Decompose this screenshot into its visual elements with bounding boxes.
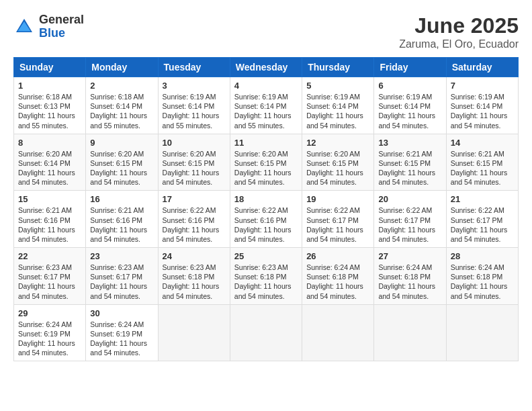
day-number: 26 [306, 251, 369, 261]
day-number: 24 [163, 251, 226, 261]
table-row [302, 304, 374, 361]
day-info: Sunrise: 6:21 AMSunset: 6:16 PMDaylight:… [90, 205, 153, 244]
day-number: 27 [378, 251, 441, 261]
day-info: Sunrise: 6:23 AMSunset: 6:18 PMDaylight:… [234, 263, 298, 301]
day-number: 19 [306, 194, 369, 204]
day-number: 11 [234, 138, 298, 148]
table-row: 23Sunrise: 6:23 AMSunset: 6:17 PMDayligh… [86, 248, 158, 305]
day-info: Sunrise: 6:22 AMSunset: 6:16 PMDaylight:… [234, 205, 298, 244]
day-number: 2 [90, 81, 153, 91]
day-number: 23 [90, 251, 153, 261]
day-number: 22 [18, 251, 81, 261]
day-number: 7 [451, 81, 514, 91]
col-thursday: Thursday [302, 58, 374, 77]
day-number: 13 [378, 138, 441, 148]
day-info: Sunrise: 6:22 AMSunset: 6:16 PMDaylight:… [163, 205, 226, 244]
day-info: Sunrise: 6:22 AMSunset: 6:17 PMDaylight:… [306, 205, 369, 244]
table-row: 17Sunrise: 6:22 AMSunset: 6:16 PMDayligh… [158, 191, 230, 248]
day-number: 18 [234, 194, 298, 204]
table-row [158, 304, 230, 361]
table-row: 3Sunrise: 6:19 AMSunset: 6:14 PMDaylight… [158, 77, 230, 134]
table-row: 29Sunrise: 6:24 AMSunset: 6:19 PMDayligh… [14, 304, 86, 361]
day-info: Sunrise: 6:19 AMSunset: 6:14 PMDaylight:… [306, 92, 369, 130]
day-info: Sunrise: 6:20 AMSunset: 6:15 PMDaylight:… [306, 149, 369, 187]
calendar-week-row: 22Sunrise: 6:23 AMSunset: 6:17 PMDayligh… [14, 248, 519, 305]
table-row: 19Sunrise: 6:22 AMSunset: 6:17 PMDayligh… [302, 191, 374, 248]
day-info: Sunrise: 6:21 AMSunset: 6:15 PMDaylight:… [378, 149, 441, 187]
col-tuesday: Tuesday [158, 58, 230, 77]
calendar-week-row: 15Sunrise: 6:21 AMSunset: 6:16 PMDayligh… [14, 191, 519, 248]
day-number: 20 [378, 194, 441, 204]
day-info: Sunrise: 6:23 AMSunset: 6:17 PMDaylight:… [90, 263, 153, 301]
calendar-week-row: 8Sunrise: 6:20 AMSunset: 6:14 PMDaylight… [14, 134, 519, 191]
table-row: 16Sunrise: 6:21 AMSunset: 6:16 PMDayligh… [86, 191, 158, 248]
calendar-week-row: 1Sunrise: 6:18 AMSunset: 6:13 PMDaylight… [14, 77, 519, 134]
day-info: Sunrise: 6:24 AMSunset: 6:19 PMDaylight:… [18, 320, 81, 358]
day-info: Sunrise: 6:24 AMSunset: 6:18 PMDaylight:… [378, 263, 441, 301]
table-row [446, 304, 518, 361]
col-wednesday: Wednesday [230, 58, 302, 77]
day-info: Sunrise: 6:22 AMSunset: 6:17 PMDaylight:… [451, 205, 514, 244]
table-row: 2Sunrise: 6:18 AMSunset: 6:14 PMDaylight… [86, 77, 158, 134]
day-number: 4 [234, 81, 298, 91]
table-row: 9Sunrise: 6:20 AMSunset: 6:15 PMDaylight… [86, 134, 158, 191]
logo-general-label: General [39, 13, 84, 27]
calendar-table: Sunday Monday Tuesday Wednesday Thursday… [13, 57, 519, 361]
table-row: 26Sunrise: 6:24 AMSunset: 6:18 PMDayligh… [302, 248, 374, 305]
table-row [374, 304, 446, 361]
logo-icon [13, 16, 35, 38]
table-row: 25Sunrise: 6:23 AMSunset: 6:18 PMDayligh… [230, 248, 302, 305]
logo-text: General Blue [39, 13, 84, 40]
day-number: 30 [90, 308, 153, 318]
table-row [230, 304, 302, 361]
day-info: Sunrise: 6:18 AMSunset: 6:13 PMDaylight:… [18, 92, 81, 130]
location-label: Zaruma, El Oro, Ecuador [399, 38, 519, 50]
day-info: Sunrise: 6:19 AMSunset: 6:14 PMDaylight:… [234, 92, 298, 130]
col-monday: Monday [86, 58, 158, 77]
table-row: 1Sunrise: 6:18 AMSunset: 6:13 PMDaylight… [14, 77, 86, 134]
page-header: General Blue June 2025 Zaruma, El Oro, E… [13, 13, 519, 50]
day-info: Sunrise: 6:24 AMSunset: 6:18 PMDaylight:… [306, 263, 369, 301]
table-row: 28Sunrise: 6:24 AMSunset: 6:18 PMDayligh… [446, 248, 518, 305]
day-info: Sunrise: 6:23 AMSunset: 6:17 PMDaylight:… [18, 263, 81, 301]
table-row: 6Sunrise: 6:19 AMSunset: 6:14 PMDaylight… [374, 77, 446, 134]
day-number: 25 [234, 251, 298, 261]
table-row: 20Sunrise: 6:22 AMSunset: 6:17 PMDayligh… [374, 191, 446, 248]
day-number: 9 [90, 138, 153, 148]
table-row: 14Sunrise: 6:21 AMSunset: 6:15 PMDayligh… [446, 134, 518, 191]
calendar-week-row: 29Sunrise: 6:24 AMSunset: 6:19 PMDayligh… [14, 304, 519, 361]
calendar-header-row: Sunday Monday Tuesday Wednesday Thursday… [14, 58, 519, 77]
day-number: 17 [163, 194, 226, 204]
day-number: 16 [90, 194, 153, 204]
day-number: 6 [378, 81, 441, 91]
table-row: 12Sunrise: 6:20 AMSunset: 6:15 PMDayligh… [302, 134, 374, 191]
table-row: 11Sunrise: 6:20 AMSunset: 6:15 PMDayligh… [230, 134, 302, 191]
day-number: 28 [451, 251, 514, 261]
day-number: 8 [18, 138, 81, 148]
table-row: 24Sunrise: 6:23 AMSunset: 6:18 PMDayligh… [158, 248, 230, 305]
title-area: June 2025 Zaruma, El Oro, Ecuador [399, 13, 519, 50]
table-row: 5Sunrise: 6:19 AMSunset: 6:14 PMDaylight… [302, 77, 374, 134]
day-number: 1 [18, 81, 81, 91]
table-row: 22Sunrise: 6:23 AMSunset: 6:17 PMDayligh… [14, 248, 86, 305]
day-info: Sunrise: 6:20 AMSunset: 6:15 PMDaylight:… [90, 149, 153, 187]
logo-blue-label: Blue [39, 27, 84, 40]
day-info: Sunrise: 6:24 AMSunset: 6:19 PMDaylight:… [90, 320, 153, 358]
day-info: Sunrise: 6:21 AMSunset: 6:15 PMDaylight:… [451, 149, 514, 187]
day-number: 10 [163, 138, 226, 148]
day-info: Sunrise: 6:19 AMSunset: 6:14 PMDaylight:… [451, 92, 514, 130]
table-row: 27Sunrise: 6:24 AMSunset: 6:18 PMDayligh… [374, 248, 446, 305]
col-friday: Friday [374, 58, 446, 77]
day-info: Sunrise: 6:22 AMSunset: 6:17 PMDaylight:… [378, 205, 441, 244]
table-row: 15Sunrise: 6:21 AMSunset: 6:16 PMDayligh… [14, 191, 86, 248]
col-sunday: Sunday [14, 58, 86, 77]
day-number: 14 [451, 138, 514, 148]
day-info: Sunrise: 6:23 AMSunset: 6:18 PMDaylight:… [163, 263, 226, 301]
logo: General Blue [13, 13, 84, 40]
table-row: 10Sunrise: 6:20 AMSunset: 6:15 PMDayligh… [158, 134, 230, 191]
month-title: June 2025 [399, 13, 519, 38]
day-info: Sunrise: 6:19 AMSunset: 6:14 PMDaylight:… [378, 92, 441, 130]
day-info: Sunrise: 6:20 AMSunset: 6:15 PMDaylight:… [234, 149, 298, 187]
table-row: 7Sunrise: 6:19 AMSunset: 6:14 PMDaylight… [446, 77, 518, 134]
day-number: 12 [306, 138, 369, 148]
